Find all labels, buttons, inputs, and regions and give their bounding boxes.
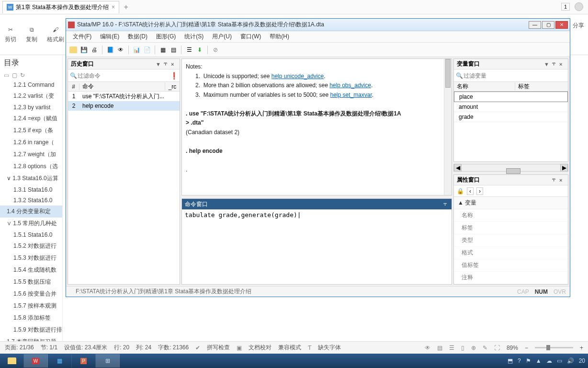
- maximize-button[interactable]: ▢: [542, 21, 554, 29]
- print-icon[interactable]: 🖨: [90, 46, 99, 54]
- menu-item[interactable]: 用户(U): [208, 32, 236, 42]
- pin-icon[interactable]: ⥾: [552, 61, 557, 67]
- zoom-value[interactable]: 89%: [507, 345, 518, 351]
- status-words[interactable]: 字数: 21366: [158, 344, 189, 352]
- log-icon[interactable]: 📘: [106, 46, 114, 54]
- eye-icon[interactable]: 👁: [425, 345, 430, 351]
- history-row[interactable]: 2help encode: [68, 101, 180, 111]
- results-scrollbar[interactable]: [444, 59, 452, 195]
- tray-up-icon[interactable]: ▲: [536, 357, 542, 364]
- history-filter-input[interactable]: [78, 72, 170, 79]
- property-row[interactable]: 类型: [454, 234, 568, 247]
- toc-item[interactable]: 1.2.2 varlist（变: [0, 90, 62, 102]
- variables-hscroll[interactable]: ◀ ▶: [453, 164, 568, 172]
- close-button[interactable]: ✕: [555, 21, 568, 29]
- scroll-right-icon[interactable]: ▶: [560, 164, 568, 172]
- toc-item[interactable]: 1.5.7 按样本观测: [0, 300, 62, 312]
- close-pane-icon[interactable]: ×: [559, 177, 565, 183]
- toc-item[interactable]: 1.2.6 in range（: [0, 137, 62, 149]
- avatar[interactable]: [575, 2, 583, 11]
- menu-item[interactable]: 统计(S): [181, 32, 207, 42]
- toc-item[interactable]: 1.2.1 Command: [0, 80, 62, 90]
- toc-item[interactable]: 1.2.5 if exp（条: [0, 125, 62, 137]
- zoom-fit-icon[interactable]: ⛶: [494, 345, 500, 351]
- toc-item[interactable]: 1.2.8 options（选: [0, 161, 62, 172]
- history-row[interactable]: 1use "F:\STATA统计分析从入门...: [68, 92, 180, 101]
- toc-item[interactable]: 1.2.3 by varlist: [0, 102, 62, 113]
- toc-item[interactable]: ∨ 1.3 Stata16.0运算: [0, 172, 62, 184]
- variables-filter-input[interactable]: [464, 72, 566, 79]
- prev-button[interactable]: ‹: [467, 187, 474, 195]
- toc-item[interactable]: 1.5.4 生成随机数: [0, 264, 62, 276]
- help-link[interactable]: help unicode_advice: [271, 73, 324, 80]
- taskbar-powerpoint[interactable]: P: [72, 354, 96, 368]
- tray-time[interactable]: 20: [579, 357, 585, 364]
- tray-help-icon[interactable]: ?: [518, 357, 521, 364]
- minimize-button[interactable]: —: [529, 21, 541, 29]
- menu-item[interactable]: 编辑(E): [96, 32, 123, 42]
- view-page-icon[interactable]: ▤: [437, 345, 442, 351]
- doc-tab[interactable]: W 第1章 Stata基本操作及数据处理介绍 ×: [2, 1, 119, 13]
- spellcheck-icon[interactable]: ✔: [195, 345, 200, 351]
- viewer-icon[interactable]: 👁: [116, 46, 125, 54]
- save-icon[interactable]: 💾: [79, 46, 88, 54]
- command-input[interactable]: [182, 209, 452, 284]
- system-tray[interactable]: ⬒ ? ⚑ ▲ ☁ ▭ 🔊 20: [508, 357, 585, 364]
- toc-item[interactable]: 1.3.2 Stata16.0: [0, 195, 62, 206]
- menu-item[interactable]: 窗口(W): [237, 32, 265, 42]
- tray-icon[interactable]: ⬒: [508, 357, 513, 364]
- zoom-slider[interactable]: [535, 347, 573, 348]
- pin-icon[interactable]: ⥾: [163, 61, 169, 67]
- property-row[interactable]: 标签: [454, 222, 568, 234]
- collapse-icon[interactable]: ▭: [4, 72, 9, 79]
- toc-item[interactable]: ∨ 1.5 常用的几种处: [0, 218, 62, 230]
- variable-row[interactable]: place: [454, 92, 568, 102]
- property-row[interactable]: 格式: [454, 247, 568, 259]
- taskbar-stata[interactable]: ⊞: [96, 354, 120, 368]
- property-row[interactable]: 名称: [454, 209, 568, 222]
- tray-cloud-icon[interactable]: ☁: [546, 357, 552, 364]
- menu-item[interactable]: 图形(G): [152, 32, 180, 42]
- toc-item[interactable]: 1.3.1 Stata16.0: [0, 184, 62, 195]
- zoom-out-button[interactable]: −: [525, 345, 528, 351]
- status-page[interactable]: 页面: 21/36: [5, 344, 34, 352]
- close-pane-icon[interactable]: ×: [171, 61, 177, 67]
- toc-item[interactable]: 1.5.3 对数据进行: [0, 252, 62, 264]
- view-read-icon[interactable]: ▯: [461, 345, 464, 351]
- toc-item[interactable]: 1.5.8 添加标签: [0, 312, 62, 324]
- results-pane[interactable]: Notes: 1. Unicode is supported; see help…: [181, 58, 452, 196]
- toc-item[interactable]: 1.5.2 对数据进行: [0, 240, 62, 252]
- view-web-icon[interactable]: ⊕: [471, 345, 476, 351]
- refresh-icon[interactable]: ↻: [20, 72, 25, 79]
- close-icon[interactable]: ×: [112, 4, 115, 11]
- menu-item[interactable]: 文件(F): [69, 32, 95, 42]
- taskbar-explorer[interactable]: [0, 354, 24, 368]
- variables-icon[interactable]: ☰: [185, 46, 193, 54]
- expand-icon[interactable]: ▢: [12, 72, 17, 79]
- page-indicator[interactable]: 1: [561, 3, 570, 11]
- properties-section[interactable]: ▲ 变量: [454, 197, 568, 209]
- more-icon[interactable]: ⬇: [195, 46, 204, 54]
- help-link[interactable]: help set_maxvar: [330, 92, 372, 98]
- lock-icon[interactable]: 🔒: [457, 188, 464, 195]
- font-icon[interactable]: Ƭ: [308, 345, 311, 351]
- open-icon[interactable]: [69, 46, 78, 54]
- filter-icon[interactable]: ▼: [544, 61, 550, 67]
- toc-item[interactable]: 1.5.5 数据压缩: [0, 276, 62, 288]
- tray-volume-icon[interactable]: 🔊: [567, 357, 574, 364]
- data-browser-icon[interactable]: ▤: [169, 46, 178, 54]
- break-icon[interactable]: ⊘: [211, 46, 220, 54]
- zoom-in-button[interactable]: +: [580, 345, 583, 351]
- dofile-icon[interactable]: 📄: [143, 46, 151, 54]
- graph-icon[interactable]: 📊: [132, 46, 141, 54]
- view-outline-icon[interactable]: ☰: [449, 345, 454, 351]
- tray-window-icon[interactable]: ▭: [557, 357, 562, 364]
- taskbar-app[interactable]: ▦: [48, 354, 72, 368]
- menu-item[interactable]: 帮助(H): [266, 32, 293, 42]
- scroll-left-icon[interactable]: ◀: [454, 164, 462, 172]
- filter-icon[interactable]: ▼: [156, 61, 161, 67]
- variable-row[interactable]: amount: [454, 102, 568, 112]
- copy-button[interactable]: ⧉复制: [21, 14, 42, 55]
- pin-icon[interactable]: ⥾: [552, 177, 557, 183]
- property-row[interactable]: 注释: [454, 272, 568, 284]
